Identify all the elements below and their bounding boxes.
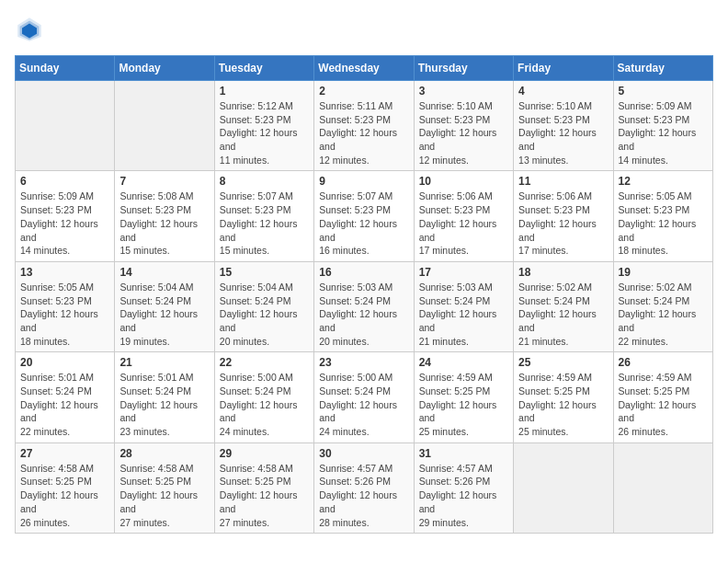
header-day-tuesday: Tuesday bbox=[214, 56, 313, 81]
calendar-body: 1Sunrise: 5:12 AMSunset: 5:23 PMDaylight… bbox=[16, 81, 713, 534]
calendar-cell: 23Sunrise: 5:00 AMSunset: 5:24 PMDayligh… bbox=[314, 352, 414, 442]
day-number: 24 bbox=[419, 356, 508, 369]
header-day-saturday: Saturday bbox=[613, 56, 712, 81]
day-info: Sunrise: 5:02 AMSunset: 5:24 PMDaylight:… bbox=[619, 281, 708, 348]
calendar-cell: 1Sunrise: 5:12 AMSunset: 5:23 PMDaylight… bbox=[214, 81, 313, 171]
calendar-cell bbox=[16, 81, 115, 171]
calendar-cell: 11Sunrise: 5:06 AMSunset: 5:23 PMDayligh… bbox=[514, 171, 613, 261]
day-number: 1 bbox=[220, 85, 309, 98]
day-info: Sunrise: 4:59 AMSunset: 5:25 PMDaylight:… bbox=[518, 371, 608, 438]
calendar-week-2: 6Sunrise: 5:09 AMSunset: 5:23 PMDaylight… bbox=[16, 171, 713, 261]
day-info: Sunrise: 5:09 AMSunset: 5:23 PMDaylight:… bbox=[20, 190, 109, 257]
day-number: 5 bbox=[619, 85, 708, 98]
calendar-cell: 2Sunrise: 5:11 AMSunset: 5:23 PMDaylight… bbox=[314, 81, 414, 171]
day-info: Sunrise: 5:00 AMSunset: 5:24 PMDaylight:… bbox=[319, 371, 408, 438]
day-number: 25 bbox=[518, 356, 608, 369]
calendar-week-4: 20Sunrise: 5:01 AMSunset: 5:24 PMDayligh… bbox=[16, 352, 713, 442]
calendar-cell: 29Sunrise: 4:58 AMSunset: 5:25 PMDayligh… bbox=[214, 442, 313, 533]
calendar-cell: 21Sunrise: 5:01 AMSunset: 5:24 PMDayligh… bbox=[115, 352, 214, 442]
calendar-week-1: 1Sunrise: 5:12 AMSunset: 5:23 PMDaylight… bbox=[16, 81, 713, 171]
day-number: 10 bbox=[419, 175, 508, 188]
day-info: Sunrise: 5:06 AMSunset: 5:23 PMDaylight:… bbox=[419, 190, 508, 257]
calendar-cell: 30Sunrise: 4:57 AMSunset: 5:26 PMDayligh… bbox=[314, 442, 414, 533]
calendar-cell: 27Sunrise: 4:58 AMSunset: 5:25 PMDayligh… bbox=[16, 442, 115, 533]
day-info: Sunrise: 4:59 AMSunset: 5:25 PMDaylight:… bbox=[619, 371, 708, 438]
day-number: 2 bbox=[319, 85, 408, 98]
day-number: 11 bbox=[518, 175, 608, 188]
calendar-header: SundayMondayTuesdayWednesdayThursdayFrid… bbox=[16, 56, 713, 81]
day-info: Sunrise: 5:03 AMSunset: 5:24 PMDaylight:… bbox=[319, 281, 408, 348]
calendar-cell: 13Sunrise: 5:05 AMSunset: 5:23 PMDayligh… bbox=[16, 261, 115, 351]
calendar-cell: 6Sunrise: 5:09 AMSunset: 5:23 PMDaylight… bbox=[16, 171, 115, 261]
day-info: Sunrise: 5:05 AMSunset: 5:23 PMDaylight:… bbox=[619, 190, 708, 257]
logo bbox=[15, 15, 48, 44]
day-info: Sunrise: 5:01 AMSunset: 5:24 PMDaylight:… bbox=[20, 371, 109, 438]
day-number: 14 bbox=[119, 266, 209, 279]
header-day-wednesday: Wednesday bbox=[314, 56, 414, 81]
calendar-cell bbox=[115, 81, 214, 171]
calendar-cell: 8Sunrise: 5:07 AMSunset: 5:23 PMDaylight… bbox=[214, 171, 313, 261]
calendar-cell: 10Sunrise: 5:06 AMSunset: 5:23 PMDayligh… bbox=[414, 171, 513, 261]
calendar-cell: 20Sunrise: 5:01 AMSunset: 5:24 PMDayligh… bbox=[16, 352, 115, 442]
calendar-cell: 15Sunrise: 5:04 AMSunset: 5:24 PMDayligh… bbox=[214, 261, 313, 351]
day-number: 26 bbox=[619, 356, 708, 369]
day-number: 8 bbox=[220, 175, 309, 188]
day-info: Sunrise: 4:57 AMSunset: 5:26 PMDaylight:… bbox=[319, 462, 408, 529]
day-number: 4 bbox=[518, 85, 608, 98]
day-number: 12 bbox=[619, 175, 708, 188]
day-info: Sunrise: 5:00 AMSunset: 5:24 PMDaylight:… bbox=[220, 371, 309, 438]
day-number: 3 bbox=[419, 85, 508, 98]
day-number: 21 bbox=[119, 356, 209, 369]
calendar-cell bbox=[613, 442, 712, 533]
day-info: Sunrise: 5:04 AMSunset: 5:24 PMDaylight:… bbox=[119, 281, 209, 348]
calendar-cell: 28Sunrise: 4:58 AMSunset: 5:25 PMDayligh… bbox=[115, 442, 214, 533]
calendar-cell: 26Sunrise: 4:59 AMSunset: 5:25 PMDayligh… bbox=[613, 352, 712, 442]
day-info: Sunrise: 5:06 AMSunset: 5:23 PMDaylight:… bbox=[518, 190, 608, 257]
day-number: 27 bbox=[20, 447, 109, 460]
day-info: Sunrise: 4:57 AMSunset: 5:26 PMDaylight:… bbox=[419, 462, 508, 529]
calendar-week-5: 27Sunrise: 4:58 AMSunset: 5:25 PMDayligh… bbox=[16, 442, 713, 533]
calendar-cell bbox=[514, 442, 613, 533]
calendar-cell: 14Sunrise: 5:04 AMSunset: 5:24 PMDayligh… bbox=[115, 261, 214, 351]
calendar-cell: 7Sunrise: 5:08 AMSunset: 5:23 PMDaylight… bbox=[115, 171, 214, 261]
calendar-cell: 9Sunrise: 5:07 AMSunset: 5:23 PMDaylight… bbox=[314, 171, 414, 261]
day-info: Sunrise: 5:07 AMSunset: 5:23 PMDaylight:… bbox=[319, 190, 408, 257]
day-info: Sunrise: 4:58 AMSunset: 5:25 PMDaylight:… bbox=[119, 462, 209, 529]
calendar-cell: 12Sunrise: 5:05 AMSunset: 5:23 PMDayligh… bbox=[613, 171, 712, 261]
day-number: 9 bbox=[319, 175, 408, 188]
header-row: SundayMondayTuesdayWednesdayThursdayFrid… bbox=[16, 56, 713, 81]
day-number: 28 bbox=[119, 447, 209, 460]
day-number: 22 bbox=[220, 356, 309, 369]
day-info: Sunrise: 5:10 AMSunset: 5:23 PMDaylight:… bbox=[419, 99, 508, 167]
calendar-cell: 5Sunrise: 5:09 AMSunset: 5:23 PMDaylight… bbox=[613, 81, 712, 171]
calendar-cell: 17Sunrise: 5:03 AMSunset: 5:24 PMDayligh… bbox=[414, 261, 513, 351]
day-info: Sunrise: 4:58 AMSunset: 5:25 PMDaylight:… bbox=[20, 462, 109, 529]
page-header bbox=[15, 15, 713, 44]
day-info: Sunrise: 5:04 AMSunset: 5:24 PMDaylight:… bbox=[220, 281, 309, 348]
calendar-cell: 25Sunrise: 4:59 AMSunset: 5:25 PMDayligh… bbox=[514, 352, 613, 442]
calendar-cell: 4Sunrise: 5:10 AMSunset: 5:23 PMDaylight… bbox=[514, 81, 613, 171]
day-number: 13 bbox=[20, 266, 109, 279]
day-info: Sunrise: 4:59 AMSunset: 5:25 PMDaylight:… bbox=[419, 371, 508, 438]
header-day-thursday: Thursday bbox=[414, 56, 513, 81]
calendar-cell: 31Sunrise: 4:57 AMSunset: 5:26 PMDayligh… bbox=[414, 442, 513, 533]
day-info: Sunrise: 5:01 AMSunset: 5:24 PMDaylight:… bbox=[119, 371, 209, 438]
day-number: 19 bbox=[619, 266, 708, 279]
day-number: 31 bbox=[419, 447, 508, 460]
day-number: 6 bbox=[20, 175, 109, 188]
day-info: Sunrise: 5:09 AMSunset: 5:23 PMDaylight:… bbox=[619, 99, 708, 167]
day-info: Sunrise: 5:08 AMSunset: 5:23 PMDaylight:… bbox=[119, 190, 209, 257]
logo-icon bbox=[15, 15, 44, 44]
calendar-cell: 16Sunrise: 5:03 AMSunset: 5:24 PMDayligh… bbox=[314, 261, 414, 351]
calendar-cell: 22Sunrise: 5:00 AMSunset: 5:24 PMDayligh… bbox=[214, 352, 313, 442]
calendar-cell: 19Sunrise: 5:02 AMSunset: 5:24 PMDayligh… bbox=[613, 261, 712, 351]
day-info: Sunrise: 5:03 AMSunset: 5:24 PMDaylight:… bbox=[419, 281, 508, 348]
header-day-friday: Friday bbox=[514, 56, 613, 81]
day-number: 23 bbox=[319, 356, 408, 369]
day-info: Sunrise: 4:58 AMSunset: 5:25 PMDaylight:… bbox=[220, 462, 309, 529]
day-number: 18 bbox=[518, 266, 608, 279]
calendar-cell: 18Sunrise: 5:02 AMSunset: 5:24 PMDayligh… bbox=[514, 261, 613, 351]
calendar-week-3: 13Sunrise: 5:05 AMSunset: 5:23 PMDayligh… bbox=[16, 261, 713, 351]
day-info: Sunrise: 5:07 AMSunset: 5:23 PMDaylight:… bbox=[220, 190, 309, 257]
calendar-table: SundayMondayTuesdayWednesdayThursdayFrid… bbox=[15, 55, 713, 534]
